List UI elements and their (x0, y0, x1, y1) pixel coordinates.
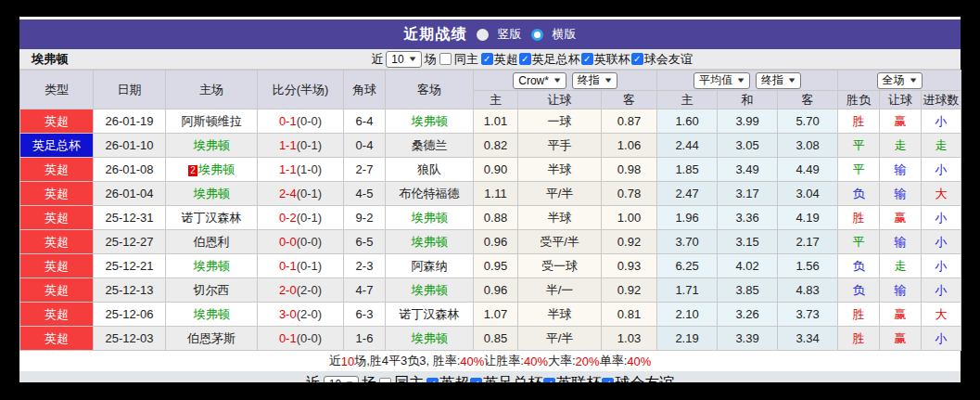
corner-score: 6-3 (344, 303, 386, 327)
result-outcome: 平 (838, 134, 880, 158)
goals-outcome: 小 (922, 230, 961, 254)
home-team-name: 诺丁汉森林 (182, 211, 242, 225)
euro-away-odds: 1.56 (778, 254, 838, 278)
table-row: 英超 25-12-21 埃弗顿 0-1(0-1) 2-3 阿森纳 0.95 受一… (20, 254, 961, 278)
league-type-badge: 英超 (20, 254, 94, 278)
handicap-outcome: 走 (880, 254, 922, 278)
league-checkbox[interactable]: ✓ (631, 53, 643, 65)
vertical-layout-radio[interactable] (477, 29, 489, 41)
result-outcome: 胜 (838, 327, 880, 351)
match-date: 25-12-03 (94, 327, 166, 351)
league-checkbox[interactable]: ✓ (481, 53, 493, 65)
home-team: 埃弗顿 (166, 254, 258, 278)
chevron-down-icon: ▼ (345, 380, 355, 382)
league-label: 英超 (439, 374, 469, 382)
league-checkbox[interactable]: ✓ (519, 53, 531, 65)
table-row: 英超 25-12-31 诺丁汉森林 0-2(0-1) 9-2 埃弗顿 0.88 … (20, 206, 961, 230)
results-table-body: 英超 26-01-19 阿斯顿维拉 0-1(0-0) 6-4 埃弗顿 1.01 … (20, 110, 961, 351)
halftime-score: (2-0) (297, 283, 322, 297)
goals-outcome: 小 (922, 278, 961, 303)
away-team: 埃弗顿 (386, 278, 474, 303)
match-count-select[interactable]: 10 ▼ (324, 376, 359, 383)
euro-away-odds: 3.04 (778, 182, 838, 206)
match-date: 25-12-06 (94, 303, 166, 327)
euro-odds-time-select[interactable]: 终指 ▼ (756, 72, 801, 89)
asia-away-odds: 0.98 (602, 158, 657, 182)
handicap-outcome: 赢 (880, 327, 922, 351)
halftime-score: (0-0) (297, 331, 322, 345)
halftime-score: (0-1) (297, 138, 322, 152)
home-team: 埃弗顿 (166, 303, 258, 327)
asia-away-odds: 0.81 (602, 303, 657, 327)
away-team: 布伦特福德 (386, 182, 474, 206)
league-type-badge: 英超 (20, 303, 94, 327)
table-row: 英超 26-01-19 阿斯顿维拉 0-1(0-0) 6-4 埃弗顿 1.01 … (20, 110, 961, 134)
fulltime-score: 0-2 (279, 211, 297, 225)
summary-segment: 场,胜4平3负3, 胜率: (354, 353, 460, 369)
euro-home-odds: 2.19 (657, 327, 718, 351)
bookmaker-select[interactable]: Crow* ▼ (513, 72, 566, 89)
same-home-checkbox[interactable] (379, 378, 391, 382)
home-team: 切尔西 (166, 278, 258, 303)
scope-selector: 全场 ▼ (838, 71, 961, 91)
horizontal-layout-label: 横版 (553, 26, 577, 43)
euro-average-select[interactable]: 平均值 ▼ (694, 72, 750, 89)
match-score: 2-4(0-1) (258, 182, 344, 206)
league-filter-group: ✓英超✓英足总杯✓英联杯✓球会友谊 (426, 374, 674, 382)
summary-segment: 20% (576, 355, 600, 368)
bottom-filter-controls: 近 10 ▼ 场 同主 ✓英超✓英足总杯✓英联杯✓球会友谊 (306, 371, 674, 382)
home-team-name: 埃弗顿 (194, 259, 230, 273)
corner-score: 2-7 (344, 158, 386, 182)
match-count-select[interactable]: 10 ▼ (386, 51, 421, 68)
match-date: 26-01-10 (94, 134, 166, 158)
handicap-line: 平/半 (518, 327, 602, 351)
corner-score: 4-5 (344, 182, 386, 206)
summary-segment: 让胜率: (484, 353, 524, 369)
home-team-name: 伯恩利 (194, 235, 230, 249)
match-score: 3-0(2-0) (258, 303, 344, 327)
euro-home-odds: 1.71 (657, 278, 718, 303)
handicap-outcome: 赢 (880, 110, 922, 134)
league-checkbox[interactable]: ✓ (470, 378, 482, 382)
filter-controls: 近 10 ▼ 场 同主 ✓英超✓英足总杯✓英联杯✓球会友谊 (371, 51, 692, 68)
col-header-away: 客场 (386, 71, 474, 110)
league-checkbox[interactable]: ✓ (602, 378, 614, 382)
halftime-score: (0-1) (297, 259, 322, 273)
results-table: 类型 日期 主场 比分(半场) 角球 客场 Crow* ▼ 终指 ▼ (19, 70, 961, 351)
result-outcome: 胜 (838, 206, 880, 230)
asia-away-odds: 0.78 (602, 182, 657, 206)
euro-away-odds: 4.19 (778, 206, 838, 230)
horizontal-layout-radio[interactable] (531, 29, 543, 41)
match-score: 0-2(0-1) (258, 206, 344, 230)
result-outcome: 胜 (838, 303, 880, 327)
match-date: 26-01-04 (94, 182, 166, 206)
league-checkbox[interactable]: ✓ (581, 53, 593, 65)
handicap-outcome: 输 (880, 278, 922, 303)
goals-outcome: 走 (922, 134, 961, 158)
away-team-name: 诺丁汉森林 (400, 307, 460, 321)
corner-score: 2-3 (344, 254, 386, 278)
handicap-outcome: 输 (880, 158, 922, 182)
scope-select[interactable]: 全场 ▼ (877, 72, 923, 89)
match-count-value: 10 (391, 53, 403, 66)
league-type-badge: 英超 (20, 182, 94, 206)
league-type-badge: 英超 (20, 110, 94, 134)
euro-home-odds: 2.47 (657, 182, 718, 206)
league-checkbox[interactable]: ✓ (426, 378, 439, 382)
check-icon: ✓ (428, 380, 436, 383)
away-team-name: 桑德兰 (412, 138, 448, 152)
chevron-down-icon: ▼ (736, 76, 746, 84)
euro-draw-odds: 3.15 (718, 230, 778, 254)
home-team: 伯恩利 (166, 230, 258, 254)
check-icon: ✓ (583, 55, 591, 64)
subheader-euro-away: 客 (778, 91, 838, 110)
subheader-handicap-result: 让球 (880, 91, 922, 110)
filter-bar: 埃弗顿 近 10 ▼ 场 同主 ✓英超✓英足总杯✓英联杯✓球会友谊 (19, 49, 961, 70)
same-home-checkbox[interactable] (439, 53, 452, 65)
league-label: 英联杯 (556, 374, 601, 382)
league-checkbox[interactable]: ✓ (543, 378, 555, 382)
chevron-down-icon: ▼ (786, 76, 796, 84)
euro-draw-odds: 3.49 (718, 158, 778, 182)
asia-odds-time-select[interactable]: 终指 ▼ (572, 72, 617, 89)
handicap-outcome: 输 (880, 182, 922, 206)
